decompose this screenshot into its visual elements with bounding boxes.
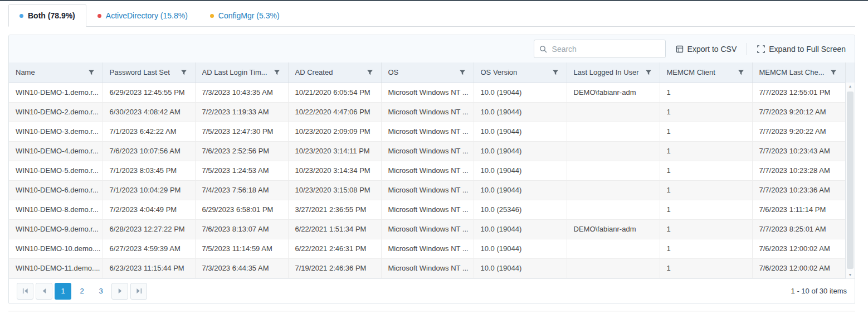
column-header[interactable]: OS [381, 62, 474, 83]
table-cell: 1 [660, 219, 752, 239]
column-header[interactable]: AD Created [288, 62, 381, 83]
table-cell: 7/7/2023 10:23:28 AM [752, 161, 855, 180]
filter-icon[interactable] [645, 69, 652, 76]
fullscreen-button[interactable]: Expand to Full Screen [756, 41, 847, 57]
table-cell: 1 [660, 141, 752, 161]
table-cell: 1 [660, 83, 752, 102]
search-box[interactable] [534, 40, 666, 58]
pager-prev-button[interactable] [36, 283, 52, 300]
tab-activedirectory[interactable]: ActiveDirectory (15.8%) [86, 4, 199, 27]
table-cell [567, 200, 660, 219]
filter-icon[interactable] [552, 69, 559, 76]
grid-toolbar: Export to CSV Expand to Full Screen [9, 35, 855, 62]
search-input[interactable] [547, 45, 660, 54]
column-header[interactable]: Last Logged In User [567, 62, 660, 83]
column-header[interactable]: AD Last Login Tim... [195, 62, 288, 83]
table-cell: DEMO\fabianr-adm [567, 219, 660, 239]
pager-page-3[interactable]: 3 [92, 283, 109, 300]
table-cell: 7/4/2023 7:56:18 AM [195, 180, 288, 200]
pager-first-button[interactable] [17, 283, 33, 300]
table-row[interactable]: WIN10-DEMO-5.demo.r...7/1/2023 8:03:45 P… [9, 161, 855, 180]
search-icon [539, 45, 547, 53]
vertical-scrollbar[interactable]: ▲ ▼ [845, 62, 855, 278]
table-cell: Microsoft Windows NT ... [381, 239, 474, 258]
export-csv-icon [676, 45, 684, 53]
column-header[interactable]: Password Last Set [103, 62, 195, 83]
fullscreen-label: Expand to Full Screen [769, 45, 846, 54]
table-cell: 7/6/2023 1:11:14 PM [752, 200, 855, 219]
column-label: Name [16, 68, 35, 76]
column-label: Last Logged In User [574, 68, 639, 76]
column-header[interactable]: MEMCM Client [660, 62, 752, 83]
table-row[interactable]: WIN10-DEMO-10.demo....6/27/2023 4:59:39 … [9, 239, 855, 258]
table-cell: 7/3/2023 10:43:35 AM [195, 83, 288, 102]
column-header[interactable]: OS Version [474, 62, 567, 83]
table-cell: 10.0 (19044) [474, 161, 567, 180]
filter-icon[interactable] [830, 69, 837, 76]
pager-page-1[interactable]: 1 [55, 283, 71, 300]
table-cell: WIN10-DEMO-11.demo.... [9, 258, 103, 278]
table-cell: Microsoft Windows NT ... [381, 83, 474, 102]
tab-both[interactable]: Both (78.9%) [8, 4, 86, 27]
table-cell: 7/5/2023 11:14:59 AM [195, 239, 288, 258]
pager-last-button[interactable] [130, 283, 147, 300]
column-label: Password Last Set [110, 68, 170, 76]
data-grid: NamePassword Last SetAD Last Login Tim..… [9, 62, 855, 278]
table-cell: WIN10-DEMO-8.demo.r... [9, 200, 103, 219]
table-cell: DEMO\fabianr-adm [567, 83, 660, 102]
pager: 123 1 - 10 of 30 items [9, 278, 855, 304]
table-cell: WIN10-DEMO-4.demo.r... [9, 141, 103, 161]
table-row[interactable]: WIN10-DEMO-8.demo.r...7/2/2023 4:04:49 P… [9, 200, 855, 219]
table-row[interactable]: WIN10-DEMO-2.demo.r...6/30/2023 4:08:42 … [9, 102, 855, 122]
tab-label: ConfigMgr (5.3%) [218, 11, 280, 20]
table-row[interactable]: WIN10-DEMO-3.demo.r...7/1/2023 6:42:22 A… [9, 122, 855, 141]
pager-next-button[interactable] [111, 283, 128, 300]
table-cell: WIN10-DEMO-1.demo.r... [9, 83, 103, 102]
table-cell: 1 [660, 102, 752, 122]
grid-panel: Export to CSV Expand to Full Screen Name… [8, 35, 855, 304]
table-cell: 10/22/2020 4:47:06 PM [288, 102, 381, 122]
table-cell: 7/7/2023 10:23:36 AM [752, 180, 855, 200]
table-row[interactable]: WIN10-DEMO-11.demo....6/23/2023 11:15:44… [9, 258, 855, 278]
column-label: OS Version [481, 68, 518, 76]
table-row[interactable]: WIN10-DEMO-9.demo.r...6/28/2023 12:27:22… [9, 219, 855, 239]
table-cell [567, 161, 660, 180]
table-cell: 6/28/2023 12:27:22 PM [103, 219, 195, 239]
filter-icon[interactable] [738, 69, 744, 76]
column-header[interactable]: MEMCM Last Che... [752, 62, 855, 83]
table-cell: 6/22/2021 2:46:31 PM [288, 239, 381, 258]
table-row[interactable]: WIN10-DEMO-4.demo.r...7/6/2023 10:07:56 … [9, 141, 855, 161]
filter-icon[interactable] [274, 69, 280, 76]
table-cell: Microsoft Windows NT ... [381, 200, 474, 219]
table-cell [567, 258, 660, 278]
table-row[interactable]: WIN10-DEMO-1.demo.r...6/29/2023 12:45:55… [9, 83, 855, 102]
scroll-up-arrow[interactable]: ▲ [846, 84, 855, 88]
table-cell: WIN10-DEMO-9.demo.r... [9, 219, 103, 239]
tab-label: ActiveDirectory (15.8%) [106, 11, 188, 20]
pager-page-2[interactable]: 2 [74, 283, 90, 300]
column-header[interactable]: Name [9, 62, 103, 83]
table-cell [567, 141, 660, 161]
table-cell: 7/6/2023 8:13:07 AM [195, 219, 288, 239]
table-cell: 10/23/2020 3:14:11 PM [288, 141, 381, 161]
table-cell: 7/6/2023 10:07:56 AM [103, 141, 195, 161]
filter-icon[interactable] [181, 69, 187, 76]
table-cell: 7/19/2021 2:46:36 PM [288, 258, 381, 278]
table-cell: Microsoft Windows NT ... [381, 258, 474, 278]
table-row[interactable]: WIN10-DEMO-6.demo.r...7/1/2023 10:04:29 … [9, 180, 855, 200]
table-cell: 10.0 (25346) [474, 200, 567, 219]
table-cell: Microsoft Windows NT ... [381, 180, 474, 200]
tab-dot [19, 14, 23, 18]
table-cell [567, 102, 660, 122]
filter-icon[interactable] [459, 69, 466, 76]
table-cell: 1 [660, 180, 752, 200]
export-csv-button[interactable]: Export to CSV [675, 41, 738, 57]
table-cell: 10/23/2020 2:09:09 PM [288, 122, 381, 141]
table-header-row: NamePassword Last SetAD Last Login Tim..… [9, 62, 855, 83]
filter-icon[interactable] [367, 69, 373, 76]
tab-configmgr[interactable]: ConfigMgr (5.3%) [199, 4, 291, 27]
filter-icon[interactable] [88, 69, 95, 76]
scroll-down-arrow[interactable]: ▼ [846, 273, 855, 277]
toolbar-divider [747, 43, 747, 55]
scroll-thumb[interactable] [847, 92, 854, 269]
